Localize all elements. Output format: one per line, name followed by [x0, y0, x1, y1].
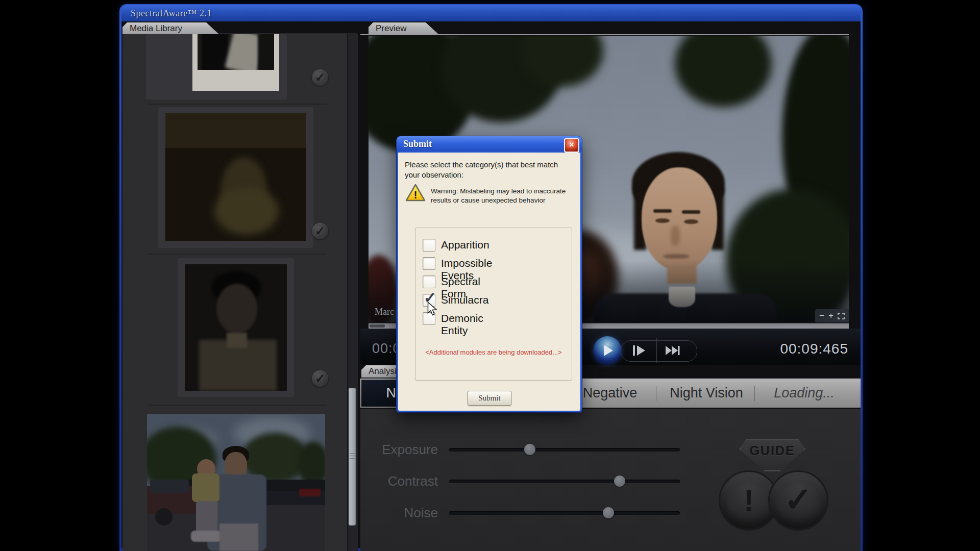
- library-thumbnail-1[interactable]: [192, 34, 279, 91]
- scene-shape: [196, 501, 217, 533]
- tab-preview-label: Preview: [376, 23, 406, 33]
- dialog-warning-text: Warning: Mislabeling may lead to inaccur…: [431, 187, 577, 205]
- svg-text:!: !: [414, 189, 418, 201]
- library-divider: [148, 405, 327, 406]
- tab-media-library-label: Media Library: [130, 23, 182, 33]
- skip-forward-button[interactable]: [666, 346, 680, 355]
- step-forward-icon: [633, 345, 646, 356]
- subject-mouth: [664, 254, 689, 259]
- scene-shape: [191, 531, 222, 542]
- library-thumbnail-3[interactable]: [185, 264, 287, 391]
- checkbox[interactable]: [423, 257, 435, 270]
- tab-analysis-label: Analysis: [369, 366, 401, 376]
- scrollbar-grip: [350, 458, 355, 459]
- fullscreen-button[interactable]: [838, 313, 845, 319]
- subject-nose: [671, 226, 680, 246]
- checkmark-icon: ✓: [784, 481, 812, 518]
- slider-label-exposure: Exposure: [356, 442, 438, 458]
- window-titlebar[interactable]: [121, 5, 861, 21]
- noise-slider[interactable]: [449, 511, 680, 515]
- selected-check-badge-3[interactable]: ✓: [312, 370, 328, 387]
- close-icon: ×: [569, 140, 574, 149]
- exposure-slider[interactable]: [449, 448, 680, 452]
- download-status-text: <Additional modules are being downloaded…: [415, 348, 572, 356]
- scene-shape: [258, 34, 274, 70]
- dialog-close-button[interactable]: ×: [564, 138, 579, 153]
- guide-confirm-button[interactable]: ✓: [768, 470, 828, 531]
- submit-button-label: Submit: [478, 394, 500, 402]
- dialog-prompt: Please select the category(s) that best …: [405, 160, 567, 181]
- warning-icon: !: [405, 183, 426, 203]
- time-total: 00:09:465: [770, 341, 848, 357]
- category-groupbox: ✓ Apparition ✓ Impossible Events ✓ Spect…: [415, 228, 572, 381]
- guide-label: GUIDE: [749, 443, 795, 458]
- scene-shape: [227, 333, 247, 348]
- scrollbar-grip: [350, 456, 355, 456]
- zoom-in-button[interactable]: +: [828, 309, 834, 322]
- scene-shape: [219, 523, 258, 551]
- scene-shape: [216, 284, 257, 334]
- library-scrollbar-thumb[interactable]: [349, 388, 356, 525]
- screen: { "window": { "title": "SpectralAware™ 2…: [0, 0, 980, 551]
- transport-button-group: [621, 340, 697, 362]
- filter-loading: Loading...: [760, 380, 849, 407]
- library-thumbnail-4[interactable]: [147, 414, 325, 551]
- dialog-body: Please select the category(s) that best …: [398, 153, 580, 411]
- check-icon: ✓: [315, 70, 325, 84]
- filter-label: Loading...: [774, 385, 835, 400]
- seek-bar-elapsed[interactable]: [370, 324, 385, 328]
- thumbnail-1-image: [198, 34, 274, 70]
- subject-eyebrow: [682, 210, 700, 214]
- filter-label: Negative: [583, 385, 638, 400]
- selected-check-badge-2[interactable]: ✓: [312, 223, 328, 239]
- dialog-submit-button[interactable]: Submit: [468, 391, 511, 406]
- play-button[interactable]: [593, 336, 622, 365]
- subject-eye: [684, 219, 698, 224]
- library-divider: [148, 104, 327, 105]
- filter-label: Night Vision: [670, 385, 743, 400]
- zoom-out-button[interactable]: −: [819, 309, 824, 322]
- exclamation-icon: !: [744, 483, 754, 518]
- checkbox[interactable]: [423, 239, 435, 252]
- skip-forward-icon: [666, 346, 680, 355]
- scene-shape: [155, 508, 173, 525]
- submit-dialog: Submit × Please select the category(s) t…: [397, 136, 582, 412]
- tree-silhouette: [675, 36, 772, 107]
- selected-check-badge-1[interactable]: ✓: [312, 69, 328, 86]
- checkbox-label: Demonic Entity: [441, 312, 483, 337]
- mouse-cursor: [427, 302, 438, 317]
- fullscreen-icon: [838, 313, 845, 319]
- check-icon: ✓: [315, 224, 325, 238]
- slider-label-noise: Noise: [356, 505, 438, 521]
- library-thumbnail-2[interactable]: [165, 113, 306, 241]
- scene-shape: [214, 188, 279, 235]
- app-title: SpectralAware™ 2.1: [131, 8, 212, 19]
- subject-eye: [655, 218, 670, 223]
- contrast-slider[interactable]: [449, 480, 680, 483]
- library-divider: [148, 254, 327, 255]
- slider-label-contrast: Contrast: [356, 473, 438, 489]
- play-icon: [604, 345, 614, 356]
- filter-separator: [754, 386, 755, 401]
- tab-media-library[interactable]: Media Library: [122, 22, 219, 35]
- filter-night-vision[interactable]: Night Vision: [661, 380, 752, 407]
- scene-shape: [299, 489, 321, 496]
- dialog-title: Submit: [403, 139, 432, 149]
- transport-separator: [656, 338, 657, 363]
- checkbox[interactable]: [423, 276, 435, 288]
- checkbox-label: Apparition: [441, 239, 489, 251]
- filter-separator: [656, 386, 656, 401]
- video-zoom-controls: − +: [815, 309, 849, 322]
- subject-eyebrow: [653, 209, 672, 213]
- check-icon: ✓: [315, 371, 325, 385]
- noise-slider-handle[interactable]: [603, 507, 614, 518]
- scrollbar-grip: [350, 453, 355, 454]
- scene-shape: [202, 34, 228, 70]
- video-watermark: Marc: [375, 307, 394, 317]
- step-forward-button[interactable]: [633, 345, 646, 356]
- checkbox-label: Simulacra: [441, 294, 488, 306]
- scene-shape: [150, 480, 189, 493]
- scene-shape: [165, 113, 306, 148]
- scene-shape: [192, 473, 219, 502]
